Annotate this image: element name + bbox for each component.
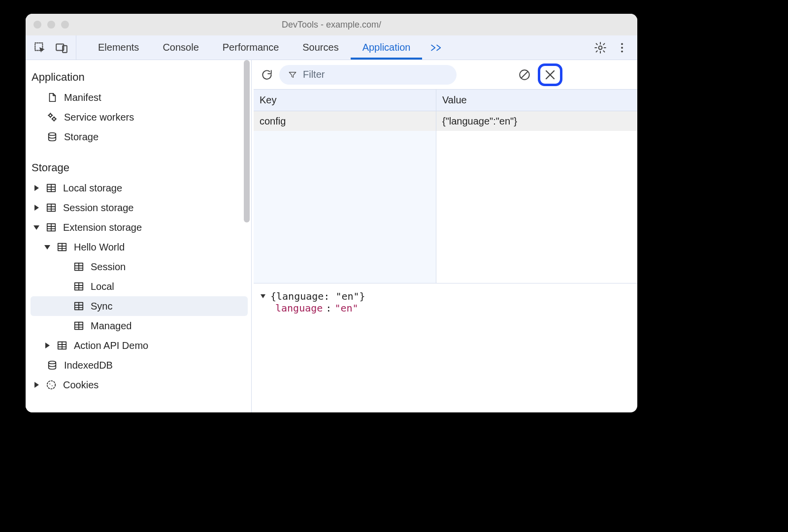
delete-selected-icon[interactable] — [542, 67, 558, 83]
table-header: Key Value — [254, 90, 637, 111]
tab-label: Application — [362, 42, 411, 53]
sidebar-item-label: Local — [91, 281, 114, 292]
property-name: language — [275, 302, 323, 314]
sidebar-item-extension-storage[interactable]: Extension storage — [31, 218, 248, 237]
collapse-icon — [261, 294, 265, 298]
kebab-menu-icon[interactable] — [616, 41, 628, 54]
table-icon — [45, 183, 57, 193]
tab-label: Elements — [98, 42, 139, 53]
sidebar-item-label: Hello World — [74, 242, 125, 253]
sidebar-item-label: Service workers — [64, 112, 134, 123]
svg-point-22 — [52, 385, 53, 386]
sidebar-item-session[interactable]: Session — [31, 257, 248, 277]
sidebar-item-indexeddb[interactable]: IndexedDB — [31, 355, 248, 375]
tab-label: Performance — [223, 42, 279, 53]
sidebar-item-local-storage[interactable]: Local storage — [31, 178, 248, 198]
sidebar-item-local[interactable]: Local — [31, 277, 248, 296]
table-row[interactable]: config {"language":"en"} — [254, 111, 637, 131]
table-icon — [73, 281, 85, 292]
filter-input[interactable]: Filter — [279, 65, 457, 85]
sidebar-item-label: Session — [91, 261, 126, 273]
close-window-button[interactable] — [33, 21, 41, 29]
tab-console[interactable]: Console — [151, 35, 210, 60]
gear-icon[interactable] — [594, 41, 607, 54]
devtools-window: DevTools - example.com/ Elements Console… — [26, 14, 637, 412]
pane-resizer[interactable] — [250, 60, 254, 412]
tab-sources[interactable]: Sources — [291, 35, 350, 60]
cell-key: config — [254, 116, 436, 127]
sidebar-item-action-api-demo[interactable]: Action API Demo — [31, 336, 248, 355]
svg-point-3 — [599, 46, 602, 49]
minimize-window-button[interactable] — [47, 21, 55, 29]
expand-icon — [33, 185, 39, 191]
sidebar-item-label: Session storage — [63, 202, 133, 214]
svg-point-5 — [621, 47, 623, 49]
tab-performance[interactable]: Performance — [211, 35, 291, 60]
table-header-key[interactable]: Key — [254, 94, 436, 106]
sidebar-item-label: Sync — [91, 301, 112, 312]
table-empty-area — [254, 131, 637, 283]
prop-sep: : — [326, 302, 331, 314]
table-icon — [56, 340, 68, 351]
database-icon — [46, 131, 58, 142]
table-icon — [73, 320, 85, 331]
property-value: "en" — [334, 302, 358, 314]
expand-icon — [33, 382, 39, 388]
window-title: DevTools - example.com/ — [26, 20, 637, 30]
filter-icon — [288, 70, 297, 79]
sidebar-item-manifest[interactable]: Manifest — [31, 88, 248, 107]
cookie-icon — [45, 379, 57, 390]
svg-point-20 — [47, 381, 56, 389]
sidebar-item-label: Action API Demo — [74, 340, 148, 351]
svg-point-6 — [621, 50, 623, 52]
sidebar-section-application: Application — [31, 65, 248, 88]
sidebar-item-label: Cookies — [63, 379, 98, 391]
application-sidebar: Application Manifest Service workers Sto… — [26, 60, 250, 412]
collapse-icon — [44, 245, 50, 250]
storage-viewer: Filter Key Valu — [254, 60, 637, 412]
table-icon — [56, 242, 68, 252]
sidebar-item-cookies[interactable]: Cookies — [31, 375, 248, 395]
tab-elements[interactable]: Elements — [86, 35, 151, 60]
document-icon — [46, 92, 58, 103]
sidebar-item-storage[interactable]: Storage — [31, 127, 248, 147]
sidebar-scrollbar[interactable] — [244, 60, 250, 222]
filter-placeholder: Filter — [303, 69, 325, 80]
sidebar-item-service-workers[interactable]: Service workers — [31, 107, 248, 127]
tab-strip: Elements Console Performance Sources App… — [26, 35, 637, 60]
sidebar-section-storage: Storage — [31, 156, 248, 178]
svg-point-19 — [49, 361, 56, 364]
sidebar-item-label: IndexedDB — [64, 360, 113, 371]
table-icon — [45, 202, 57, 213]
table-header-value[interactable]: Value — [436, 90, 637, 111]
sidebar-item-label: Extension storage — [63, 222, 142, 233]
clear-all-icon[interactable] — [518, 68, 531, 81]
table-icon — [45, 222, 57, 233]
sidebar-item-session-storage[interactable]: Session storage — [31, 198, 248, 218]
sidebar-item-hello-world[interactable]: Hello World — [31, 237, 248, 257]
database-icon — [46, 360, 58, 371]
object-property-line[interactable]: language: "en" — [275, 302, 630, 314]
collapse-icon — [33, 225, 39, 230]
inspect-element-icon[interactable] — [33, 41, 46, 54]
zoom-window-button[interactable] — [61, 21, 69, 29]
refresh-icon[interactable] — [261, 68, 273, 81]
sidebar-item-sync[interactable]: Sync — [31, 296, 248, 316]
svg-point-21 — [49, 383, 50, 384]
expand-icon — [33, 205, 39, 211]
tab-application[interactable]: Application — [351, 35, 423, 60]
tab-label: Console — [163, 42, 198, 53]
window-controls — [33, 21, 69, 29]
sidebar-item-label: Manifest — [64, 92, 101, 103]
tab-label: Sources — [302, 42, 338, 53]
object-summary-line[interactable]: {language: "en"} — [261, 290, 630, 302]
delete-selected-highlight — [538, 63, 562, 86]
sidebar-item-managed[interactable]: Managed — [31, 316, 248, 336]
svg-point-4 — [621, 43, 623, 45]
gears-icon — [46, 112, 58, 123]
device-toolbar-icon[interactable] — [55, 41, 68, 54]
sidebar-item-label: Local storage — [63, 183, 122, 194]
more-tabs-chevron-icon[interactable] — [429, 42, 445, 53]
cell-value: {"language":"en"} — [436, 111, 637, 131]
expand-icon — [44, 343, 50, 348]
